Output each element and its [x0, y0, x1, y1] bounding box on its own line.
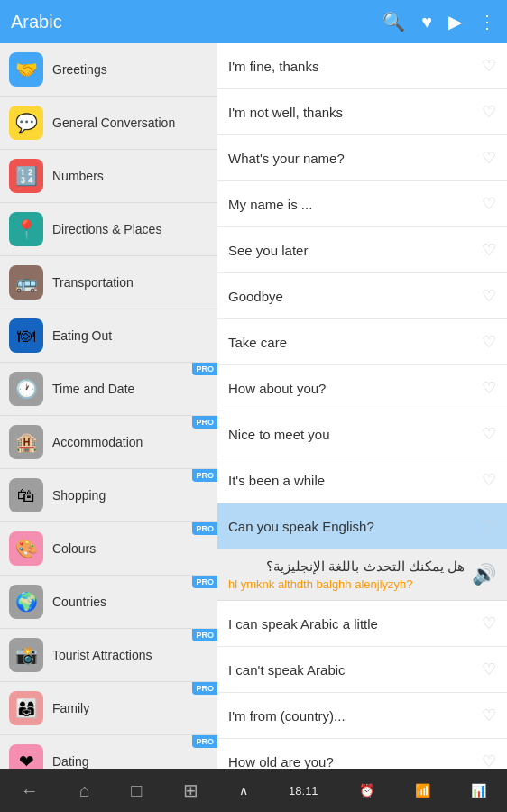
pro-badge-colours: PRO: [192, 522, 217, 535]
translation-text: هل يمكنك التحدث باللغة الإنجليزية؟hl ymk…: [228, 558, 465, 591]
phrase-text-11: Can you speak English?: [228, 519, 475, 534]
heart-icon-3[interactable]: ♡: [482, 148, 496, 168]
bottom-nav: ← ⌂ □ ⊞ ∧ 18:11 ⏰ 📶 📊: [0, 769, 507, 812]
wifi-icon: 📶: [415, 783, 430, 798]
heart-icon-10[interactable]: ♡: [482, 470, 496, 490]
main-content: 🤝Greetings💬General Conversation🔢Numbers📍…: [0, 43, 507, 769]
translation-block: هل يمكنك التحدث باللغة الإنجليزية؟hl ymk…: [217, 549, 507, 601]
phrase-item-11[interactable]: Can you speak English?♡: [217, 503, 507, 549]
colours-label: Colours: [52, 541, 96, 557]
phrase-item-10[interactable]: It's been a while♡: [217, 457, 507, 503]
sidebar: 🤝Greetings💬General Conversation🔢Numbers📍…: [0, 43, 217, 769]
time-and-date-label: Time and Date: [52, 382, 134, 397]
phrase-item-3[interactable]: What's your name?♡: [217, 135, 507, 181]
greetings-label: Greetings: [52, 62, 107, 78]
translation-row: هل يمكنك التحدث باللغة الإنجليزية؟hl ymk…: [228, 558, 496, 591]
phrase-item-9[interactable]: Nice to meet you♡: [217, 411, 507, 457]
sidebar-item-eating-out[interactable]: 🍽Eating Out: [0, 309, 217, 363]
heart-icon-9[interactable]: ♡: [482, 424, 496, 444]
phrase-text-12: I can speak Arabic a little: [228, 616, 475, 632]
up-button[interactable]: ∧: [239, 783, 248, 798]
phrase-item-7[interactable]: Take care♡: [217, 319, 507, 365]
phrase-text-13: I can't speak Arabic: [228, 662, 475, 678]
dating-label: Dating: [52, 754, 88, 769]
numbers-icon: 🔢: [9, 159, 43, 193]
heart-icon[interactable]: ♥: [421, 12, 432, 32]
tourist-attractions-label: Tourist Attractions: [52, 648, 152, 663]
sidebar-item-time-and-date[interactable]: 🕐Time and DatePRO: [0, 363, 217, 416]
phrase-text-10: It's been a while: [228, 473, 475, 488]
shopping-label: Shopping: [52, 488, 106, 503]
sidebar-item-tourist-attractions[interactable]: 📸Tourist AttractionsPRO: [0, 629, 217, 682]
more-icon[interactable]: ⋮: [478, 11, 496, 32]
sidebar-item-accommodation[interactable]: 🏨AccommodationPRO: [0, 416, 217, 469]
heart-icon-11[interactable]: ♡: [482, 516, 496, 536]
phrase-text-8: How about you?: [228, 381, 475, 396]
sidebar-item-shopping[interactable]: 🛍ShoppingPRO: [0, 469, 217, 522]
phrase-text-3: What's your name?: [228, 151, 475, 166]
right-panel: I'm fine, thanks♡I'm not well, thanks♡Wh…: [217, 43, 507, 769]
sidebar-item-transportation[interactable]: 🚌Transportation: [0, 256, 217, 309]
top-bar: Arabic 🔍 ♥ ▶ ⋮: [0, 0, 507, 43]
time-and-date-icon: 🕐: [9, 372, 43, 406]
phrase-item-1[interactable]: I'm fine, thanks♡: [217, 43, 507, 89]
directions-places-icon: 📍: [9, 212, 43, 246]
phrase-item-13[interactable]: I can't speak Arabic♡: [217, 647, 507, 693]
phrase-text-1: I'm fine, thanks: [228, 59, 475, 74]
heart-icon-15[interactable]: ♡: [482, 752, 496, 769]
phrase-text-4: My name is ...: [228, 197, 475, 212]
phrase-item-8[interactable]: How about you?♡: [217, 365, 507, 411]
sidebar-item-colours[interactable]: 🎨ColoursPRO: [0, 522, 217, 576]
sidebar-item-general-conversation[interactable]: 💬General Conversation: [0, 97, 217, 150]
phrase-item-15[interactable]: How old are you?♡: [217, 739, 507, 769]
pro-badge-countries: PRO: [192, 576, 217, 588]
accommodation-label: Accommodation: [52, 435, 143, 450]
phrase-item-14[interactable]: I'm from (country)...♡: [217, 693, 507, 739]
phrase-item-12[interactable]: I can speak Arabic a little♡: [217, 601, 507, 647]
search-icon[interactable]: 🔍: [383, 11, 405, 32]
heart-icon-6[interactable]: ♡: [482, 286, 496, 306]
speaker-icon[interactable]: 🔊: [472, 563, 496, 586]
numbers-label: Numbers: [52, 169, 104, 184]
phrase-item-4[interactable]: My name is ...♡: [217, 181, 507, 227]
phrase-item-2[interactable]: I'm not well, thanks♡: [217, 89, 507, 135]
phrase-text-14: I'm from (country)...: [228, 708, 475, 724]
pro-badge-shopping: PRO: [192, 469, 217, 482]
sidebar-item-dating[interactable]: ❤DatingPRO: [0, 735, 217, 769]
heart-icon-1[interactable]: ♡: [482, 56, 496, 76]
general-conversation-label: General Conversation: [52, 115, 175, 131]
family-label: Family: [52, 701, 89, 716]
shopping-icon: 🛍: [9, 478, 43, 512]
sidebar-item-family[interactable]: 👨‍👩‍👧FamilyPRO: [0, 682, 217, 735]
menu-button[interactable]: ⊞: [183, 780, 198, 801]
pro-badge-family: PRO: [192, 682, 217, 695]
heart-icon-7[interactable]: ♡: [482, 332, 496, 352]
colours-icon: 🎨: [9, 531, 43, 566]
heart-icon-8[interactable]: ♡: [482, 378, 496, 398]
play-icon[interactable]: ▶: [448, 11, 462, 32]
pro-badge-time-and-date: PRO: [192, 363, 217, 375]
back-button[interactable]: ←: [21, 780, 39, 801]
eating-out-label: Eating Out: [52, 328, 112, 344]
phrase-item-6[interactable]: Goodbye♡: [217, 273, 507, 319]
sidebar-item-greetings[interactable]: 🤝Greetings: [0, 43, 217, 97]
heart-icon-12[interactable]: ♡: [482, 614, 496, 633]
recents-button[interactable]: □: [131, 780, 142, 801]
sidebar-item-countries[interactable]: 🌍CountriesPRO: [0, 576, 217, 629]
phrase-item-5[interactable]: See you later♡: [217, 227, 507, 273]
heart-icon-2[interactable]: ♡: [482, 102, 496, 122]
heart-icon-14[interactable]: ♡: [482, 706, 496, 725]
phrase-text-9: Nice to meet you: [228, 427, 475, 442]
home-button[interactable]: ⌂: [79, 780, 90, 801]
app-title: Arabic: [11, 12, 383, 32]
general-conversation-icon: 💬: [9, 106, 43, 140]
greetings-icon: 🤝: [9, 52, 43, 87]
sidebar-item-numbers[interactable]: 🔢Numbers: [0, 150, 217, 203]
phrase-text-2: I'm not well, thanks: [228, 105, 475, 120]
heart-icon-13[interactable]: ♡: [482, 660, 496, 679]
transportation-icon: 🚌: [9, 265, 43, 300]
heart-icon-5[interactable]: ♡: [482, 240, 496, 260]
transportation-label: Transportation: [52, 275, 134, 291]
sidebar-item-directions-places[interactable]: 📍Directions & Places: [0, 203, 217, 256]
heart-icon-4[interactable]: ♡: [482, 194, 496, 214]
